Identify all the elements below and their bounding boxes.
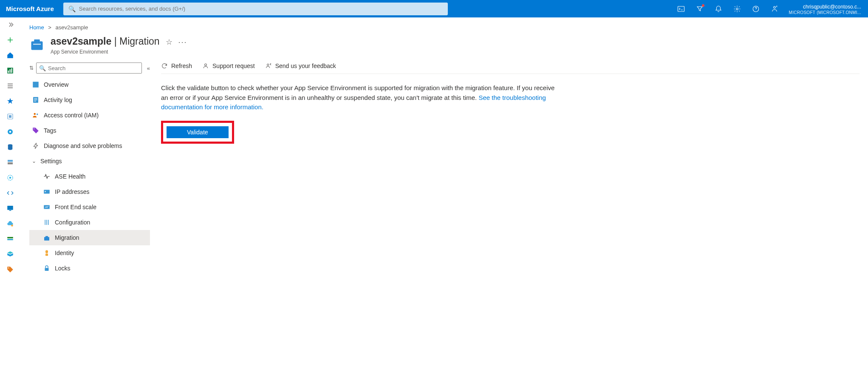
nav-item-label: Migration	[55, 234, 79, 241]
favorite-star-icon[interactable]: ☆	[166, 37, 172, 47]
nav-search-input[interactable]	[48, 65, 139, 71]
left-rail	[0, 17, 20, 276]
nav-item-label: Identity	[55, 250, 74, 256]
cloud-shell-icon[interactable]	[672, 0, 690, 17]
account-tenant: MICROSOFT (MICROSOFT.ONMI...	[789, 10, 861, 15]
svg-point-22	[8, 267, 9, 268]
svg-point-33	[34, 128, 34, 129]
nav-access-control[interactable]: Access control (IAM)	[29, 108, 150, 123]
activity-log-icon	[32, 96, 40, 104]
advisor-icon[interactable]	[6, 219, 15, 228]
feedback-icon[interactable]	[765, 0, 784, 17]
health-icon	[43, 173, 51, 180]
nav-locks[interactable]: Locks	[29, 261, 150, 276]
account-block[interactable]: chrisqpublic@contoso.c... MICROSOFT (MIC…	[784, 3, 868, 15]
toolbar-label: Send us your feedback	[275, 62, 336, 69]
nav-front-end-scale[interactable]: Front End scale	[29, 199, 150, 215]
toolbar-label: Refresh	[171, 62, 192, 69]
svg-rect-7	[11, 68, 12, 73]
svg-rect-29	[34, 99, 37, 100]
nav-search[interactable]: 🔍	[36, 62, 142, 74]
storage-icon[interactable]	[6, 158, 15, 167]
billing-icon[interactable]	[6, 234, 15, 244]
nav-item-label: Tags	[44, 127, 57, 134]
svg-rect-42	[45, 254, 48, 256]
svg-rect-41	[45, 236, 48, 237]
settings-icon[interactable]	[728, 0, 746, 17]
svg-rect-23	[31, 41, 43, 50]
title-bar: asev2sample | Migration App Service Envi…	[29, 36, 860, 55]
search-icon: 🔍	[39, 65, 46, 71]
home-icon[interactable]	[6, 51, 15, 60]
svg-point-19	[11, 224, 13, 227]
nav-ip-addresses[interactable]: IP addresses	[29, 184, 150, 199]
svg-rect-38	[46, 220, 47, 225]
nav-identity[interactable]: Identity	[29, 245, 150, 261]
svg-rect-14	[8, 162, 13, 165]
breadcrumb-sep: >	[48, 24, 51, 31]
svg-point-32	[37, 114, 38, 115]
diagnose-icon	[32, 142, 40, 150]
breadcrumb-home[interactable]: Home	[29, 24, 44, 31]
favorites-icon[interactable]	[6, 97, 15, 106]
feedback-icon	[265, 62, 272, 69]
nav-overview[interactable]: Overview	[29, 77, 150, 92]
docs-icon[interactable]	[6, 250, 15, 259]
expand-rail-icon[interactable]	[6, 20, 15, 29]
configuration-icon	[43, 219, 51, 226]
help-icon[interactable]	[746, 0, 765, 17]
nav-migration[interactable]: Migration	[29, 230, 150, 245]
directory-filter-icon[interactable]	[690, 0, 709, 17]
notifications-icon[interactable]	[709, 0, 728, 17]
svg-rect-34	[44, 190, 50, 194]
nav-item-label: Front End scale	[55, 204, 96, 210]
nav-section-settings[interactable]: ⌄ Settings	[29, 153, 150, 169]
tags-icon	[32, 127, 40, 134]
container-icon[interactable]	[6, 173, 15, 182]
nav-tags[interactable]: Tags	[29, 123, 150, 138]
svg-point-45	[267, 64, 269, 65]
sql-icon[interactable]	[6, 142, 15, 152]
svg-point-11	[9, 131, 11, 133]
validate-button[interactable]: Validate	[167, 126, 229, 138]
code-icon[interactable]	[6, 188, 15, 198]
nav-item-label: Settings	[40, 158, 62, 165]
support-icon	[202, 62, 209, 69]
svg-rect-35	[45, 191, 46, 192]
collapse-nav-icon[interactable]: «	[147, 65, 150, 71]
nav-ase-health[interactable]: ASE Health	[29, 169, 150, 184]
breadcrumb-current[interactable]: asev2sample	[56, 24, 88, 31]
chevron-down-icon: ⌄	[32, 158, 36, 164]
svg-point-3	[773, 6, 775, 9]
global-search[interactable]: 🔍	[63, 3, 448, 15]
nav-diagnose[interactable]: Diagnose and solve problems	[29, 138, 150, 153]
all-services-icon[interactable]	[6, 81, 15, 91]
global-search-input[interactable]	[79, 6, 443, 12]
page-title: asev2sample | Migration	[51, 36, 160, 47]
more-actions-icon[interactable]: ···	[178, 38, 187, 47]
create-resource-icon[interactable]	[6, 35, 15, 45]
resource-nav: ⇅ 🔍 « Overview Activity log	[29, 62, 150, 276]
dashboard-icon[interactable]	[6, 66, 15, 75]
refresh-icon	[161, 62, 168, 69]
feedback-button[interactable]: Send us your feedback	[265, 62, 336, 69]
monitor-icon[interactable]	[6, 204, 15, 213]
refresh-button[interactable]: Refresh	[161, 62, 192, 69]
nav-activity-log[interactable]: Activity log	[29, 92, 150, 108]
svg-point-44	[205, 64, 207, 66]
support-button[interactable]: Support request	[202, 62, 255, 69]
validate-highlight: Validate	[161, 121, 234, 144]
app-services-icon[interactable]	[6, 127, 15, 136]
nav-sort-icon[interactable]: ⇅	[29, 65, 34, 71]
nav-item-label: Overview	[44, 81, 68, 88]
svg-rect-26	[33, 82, 39, 88]
svg-rect-5	[8, 71, 8, 73]
svg-rect-18	[9, 210, 11, 211]
description-text: Click the validate button to check wheth…	[161, 83, 556, 112]
tag-rail-icon[interactable]	[6, 265, 15, 274]
nav-configuration[interactable]: Configuration	[29, 215, 150, 230]
svg-rect-43	[45, 268, 49, 271]
svg-rect-6	[9, 69, 10, 73]
resource-groups-icon[interactable]	[6, 112, 15, 121]
toolbar-label: Support request	[212, 62, 255, 69]
